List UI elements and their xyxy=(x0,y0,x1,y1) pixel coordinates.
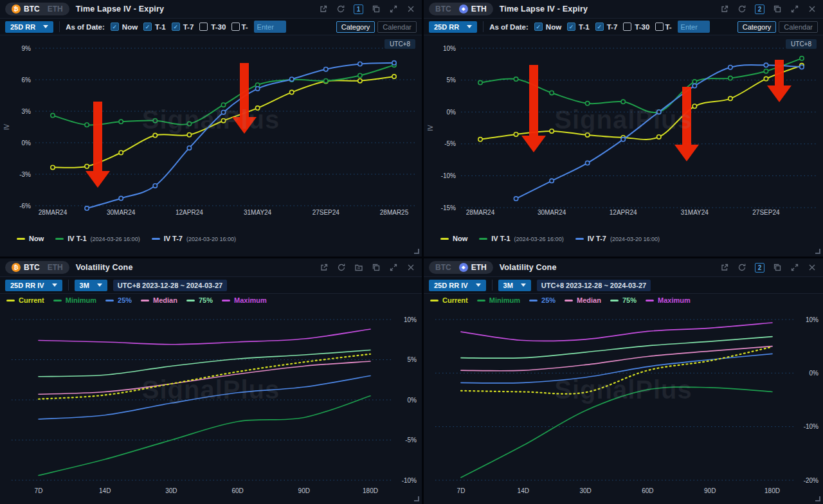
refresh-icon[interactable] xyxy=(737,4,746,14)
chart-legend: Current Minimum 25% Median 75% Maximum xyxy=(424,294,823,305)
expand-icon[interactable] xyxy=(790,263,799,272)
external-link-icon[interactable] xyxy=(720,4,729,14)
duplicate-icon[interactable] xyxy=(773,263,782,272)
checkbox-t30[interactable]: ✓T-30 xyxy=(623,22,649,31)
duplicate-icon[interactable] xyxy=(372,4,381,14)
metric-dropdown[interactable]: 25D RR xyxy=(429,21,477,33)
legend-item-now[interactable]: Now xyxy=(440,235,467,242)
eth-toggle[interactable]: ETH xyxy=(48,4,63,14)
svg-text:0%: 0% xyxy=(809,370,819,377)
checkbox-icon: ✓ xyxy=(172,22,180,31)
legend-item-current[interactable]: Current xyxy=(430,296,468,304)
btc-label: BTC xyxy=(24,263,40,272)
svg-text:90D: 90D xyxy=(298,487,310,494)
panel-title: Time Lapse IV - Expiry xyxy=(76,4,165,14)
eth-toggle[interactable]: ◆ETH xyxy=(459,263,487,272)
svg-text:-20%: -20% xyxy=(804,477,818,484)
metric-dropdown[interactable]: 25D RR xyxy=(5,21,53,33)
checkbox-now[interactable]: ✓Now xyxy=(534,22,561,31)
tenor-dropdown[interactable]: 3M xyxy=(498,280,531,291)
checkbox-t1[interactable]: ✓T-1 xyxy=(143,22,166,31)
window-controls xyxy=(320,263,415,272)
refresh-icon[interactable] xyxy=(336,4,345,14)
panel-eth-timelapse: BTC ◆ETH Time Lapse IV - Expiry 2 25D RR… xyxy=(424,0,823,256)
coin-toggle-group: BTC ◆ETH xyxy=(429,3,493,15)
eth-toggle[interactable]: ETH xyxy=(48,263,63,272)
expand-icon[interactable] xyxy=(389,263,398,272)
btc-toggle[interactable]: BTC xyxy=(435,263,451,272)
close-icon[interactable] xyxy=(808,263,817,272)
checkbox-t7[interactable]: ✓T-7 xyxy=(172,22,194,31)
expand-icon[interactable] xyxy=(790,4,799,14)
eth-toggle[interactable]: ◆ETH xyxy=(459,4,487,14)
legend-item-now[interactable]: Now xyxy=(17,235,44,242)
legend-item-t1[interactable]: IV T-1(2024-03-26 16:00) xyxy=(479,235,563,242)
checkbox-icon: ✓ xyxy=(567,22,575,31)
legend-item-t7[interactable]: IV T-7(2024-03-20 16:00) xyxy=(152,235,236,242)
legend-item-minimum[interactable]: Minimum xyxy=(53,296,96,304)
workspace-badge[interactable]: 1 xyxy=(354,4,363,14)
custom-date-input[interactable] xyxy=(678,21,710,33)
checkbox-t-custom[interactable]: ✓T- xyxy=(231,22,248,31)
close-icon[interactable] xyxy=(406,263,415,272)
metric-dropdown[interactable]: 25D RR IV xyxy=(429,280,486,291)
category-view-button[interactable]: Category xyxy=(737,21,777,33)
resize-handle[interactable] xyxy=(414,249,419,254)
panel-eth-volatility-cone: BTC ◆ETH Volatility Cone 2 25D RR IV 3M … xyxy=(424,258,823,504)
toolbar-divider xyxy=(492,280,493,291)
workspace-badge[interactable]: 2 xyxy=(755,4,764,14)
panel-toolbar: 25D RR IV 3M UTC+8 2023-12-28 ~ 2024-03-… xyxy=(424,276,823,294)
btc-toggle[interactable]: ₿BTC xyxy=(12,4,40,14)
legend-item-current[interactable]: Current xyxy=(6,296,44,304)
checkbox-t30[interactable]: ✓T-30 xyxy=(199,22,226,31)
resize-handle[interactable] xyxy=(815,496,820,501)
close-icon[interactable] xyxy=(406,4,415,14)
eth-label: ETH xyxy=(471,263,487,272)
folder-icon[interactable] xyxy=(354,263,363,272)
legend-item-minimum[interactable]: Minimum xyxy=(477,296,520,304)
chart-canvas[interactable]: 10%5%0%-5%-10%7D14D30D60D90D180D SignalP… xyxy=(0,305,422,500)
svg-text:6%: 6% xyxy=(22,76,32,84)
svg-text:27SEP24: 27SEP24 xyxy=(752,209,780,216)
external-link-icon[interactable] xyxy=(319,4,328,14)
custom-date-input[interactable] xyxy=(254,21,286,33)
expand-icon[interactable] xyxy=(389,4,398,14)
close-icon[interactable] xyxy=(808,4,817,14)
metric-dropdown[interactable]: 25D RR IV xyxy=(5,280,62,291)
refresh-icon[interactable] xyxy=(337,263,346,272)
legend-item-25[interactable]: 25% xyxy=(529,296,556,304)
signalplus-dashboard: ₿BTC ETH Time Lapse IV - Expiry 1 25D RR… xyxy=(0,0,823,504)
svg-text:12APR24: 12APR24 xyxy=(176,209,203,216)
external-link-icon[interactable] xyxy=(720,263,729,272)
workspace-badge[interactable]: 2 xyxy=(755,263,764,273)
legend-item-75[interactable]: 75% xyxy=(610,296,637,304)
chart-canvas[interactable]: 9%6%3%0%-3%-6%IV28MAR2430MAR2412APR2431M… xyxy=(0,35,422,231)
legend-item-maximum[interactable]: Maximum xyxy=(646,296,691,304)
duplicate-icon[interactable] xyxy=(372,263,381,272)
calendar-view-button[interactable]: Calendar xyxy=(377,21,417,33)
category-view-button[interactable]: Category xyxy=(336,21,375,33)
refresh-icon[interactable] xyxy=(737,263,746,272)
legend-item-maximum[interactable]: Maximum xyxy=(222,296,267,304)
btc-toggle[interactable]: BTC xyxy=(435,4,451,14)
calendar-view-button[interactable]: Calendar xyxy=(779,21,818,33)
legend-item-median[interactable]: Median xyxy=(141,296,177,304)
legend-item-t7[interactable]: IV T-7(2024-03-20 16:00) xyxy=(575,235,660,242)
checkbox-t1[interactable]: ✓T-1 xyxy=(567,22,590,31)
external-link-icon[interactable] xyxy=(320,263,329,272)
tenor-dropdown[interactable]: 3M xyxy=(75,280,107,291)
duplicate-icon[interactable] xyxy=(773,4,782,14)
checkbox-now[interactable]: ✓Now xyxy=(111,22,138,31)
btc-toggle[interactable]: ₿BTC xyxy=(12,263,40,272)
checkbox-t7[interactable]: ✓T-7 xyxy=(595,22,618,31)
resize-handle[interactable] xyxy=(414,496,419,501)
legend-item-25[interactable]: 25% xyxy=(105,296,132,304)
checkbox-t-custom[interactable]: ✓T- xyxy=(655,22,671,31)
chart-canvas[interactable]: 10%0%-10%-20%7D14D30D60D90D180D SignalPl… xyxy=(424,305,823,500)
legend-item-75[interactable]: 75% xyxy=(186,296,213,304)
resize-handle[interactable] xyxy=(815,249,820,254)
legend-item-median[interactable]: Median xyxy=(565,296,601,304)
btc-label: BTC xyxy=(24,4,40,14)
chart-canvas[interactable]: 10%5%0%-5%-10%-15%IV28MAR2430MAR2412APR2… xyxy=(424,35,823,231)
legend-item-t1[interactable]: IV T-1(2024-03-26 16:00) xyxy=(55,235,140,242)
